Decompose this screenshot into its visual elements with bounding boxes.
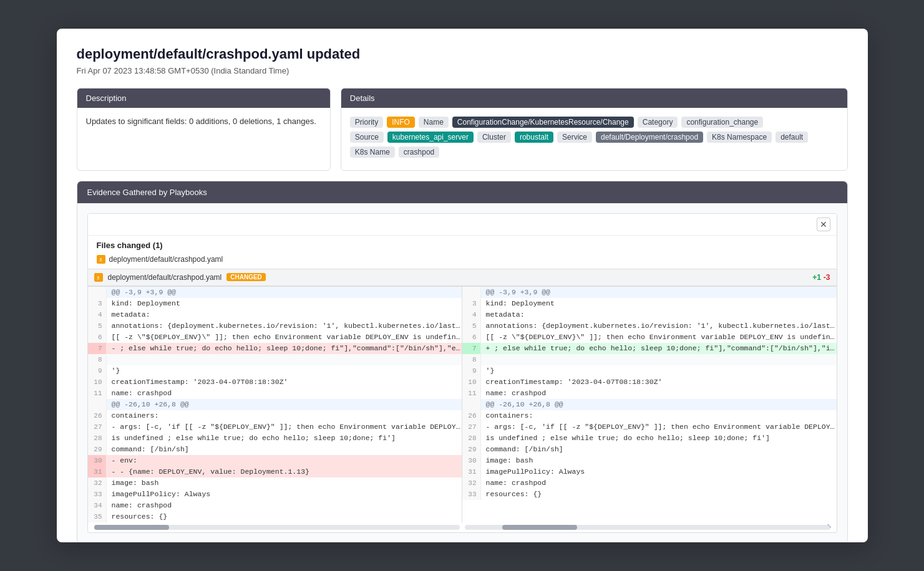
diff-line: 32 image: bash [88, 477, 462, 489]
diff-line-number: 7 [462, 343, 481, 354]
diff-line-content: metadata: [107, 309, 462, 320]
bottom-scroll [88, 522, 837, 532]
diff-line: 35 resources: {} [88, 511, 462, 522]
diff-line: 30 image: bash [462, 455, 837, 466]
diff-line-content: containers: [481, 410, 837, 421]
diff-line: 32 name: crashpod [462, 477, 837, 489]
diff-line: 26 containers: [88, 410, 462, 421]
diff-line-content [107, 354, 462, 365]
tag-k8s-namespace-value: default [776, 132, 808, 143]
diff-line-content: imagePullPolicy: Always [107, 489, 462, 500]
diff-line-content: - env: [107, 455, 462, 466]
file-name: deployment/default/crashpod.yaml [109, 255, 223, 264]
diff-line-content: annotations: {deployment.kubernetes.io/r… [107, 320, 462, 332]
diff-line-number: 5 [88, 320, 107, 332]
diff-line: @@ -26,10 +26,8 @@ [88, 399, 462, 410]
diff-line-content: is undefined ; else while true; do echo … [481, 433, 837, 444]
diff-line: 4 metadata: [462, 309, 837, 320]
tag-cluster-value: robustalt [515, 132, 553, 143]
diff-container: ✕ Files changed (1) ± deployment/default… [87, 213, 837, 533]
diff-line-number: 32 [88, 477, 107, 489]
diff-line-number: 31 [462, 466, 481, 477]
evidence-header: Evidence Gathered by Playbooks [77, 181, 847, 203]
diff-line-content: creationTimestamp: '2023-04-07T08:18:30Z… [107, 377, 462, 388]
diff-line-content: [[ -z \"${DEPLOY_ENV}\" ]]; then echo En… [107, 332, 462, 343]
tag-category-label: Category [638, 117, 678, 128]
diff-line-number: 32 [462, 477, 481, 489]
diff-line-content: kind: Deployment [107, 298, 462, 309]
diff-line: 4 metadata: [88, 309, 462, 320]
files-changed-label: Files changed (1) [88, 236, 837, 252]
diff-line-content: creationTimestamp: '2023-04-07T08:18:30Z… [481, 377, 837, 388]
diff-line: 11 name: crashpod [462, 388, 837, 399]
scrollbar-left[interactable] [94, 525, 460, 530]
modal-subtitle: Fri Apr 07 2023 13:48:58 GMT+0530 (India… [77, 66, 848, 75]
diff-add-count: +1 [812, 273, 821, 282]
diff-line: 30- env: [88, 455, 462, 466]
diff-line-content: - args: [-c, 'if [[ -z "${DEPLOY_ENV}" ]… [107, 421, 462, 433]
diff-file-name: deployment/default/crashpod.yaml [108, 273, 222, 282]
tag-name-value: ConfigurationChange/KubernetesResource/C… [452, 117, 634, 128]
tags-row-1: Priority INFO Name ConfigurationChange/K… [350, 117, 839, 128]
diff-line-content: image: bash [481, 455, 837, 466]
diff-line-number: 26 [88, 410, 107, 421]
diff-line: 33 resources: {} [462, 489, 837, 500]
modal-overlay: deployment/default/crashpod.yaml updated… [0, 0, 924, 571]
diff-line: @@ -26,10 +26,8 @@ [462, 399, 837, 410]
diff-line-number: 11 [88, 388, 107, 399]
diff-line-number: 9 [462, 365, 481, 377]
diff-line-content: - - {name: DEPLOY_ENV, value: Deployment… [107, 466, 462, 477]
diff-line-content: command: [/bin/sh] [481, 444, 837, 455]
diff-line-number [462, 287, 481, 298]
tag-source-value: kubernetes_api_server [387, 132, 474, 143]
scrollbar-right[interactable] [465, 525, 830, 530]
diff-line: @@ -3,9 +3,9 @@ [88, 287, 462, 298]
diff-line-number [88, 399, 107, 410]
diff-line-number: 27 [88, 421, 107, 433]
diff-line: 3 kind: Deployment [88, 298, 462, 309]
diff-line-number [88, 287, 107, 298]
diff-line-number: 26 [462, 410, 481, 421]
diff-line-content [481, 354, 837, 365]
diff-line-number: 3 [462, 298, 481, 309]
resize-handle[interactable]: ⤡ [827, 522, 834, 530]
diff-line-content: - args: [-c, 'if [[ -z "${DEPLOY_ENV}" ]… [481, 421, 837, 433]
diff-line: 31- - {name: DEPLOY_ENV, value: Deployme… [88, 466, 462, 477]
diff-line-content: is undefined ; else while true; do echo … [107, 433, 462, 444]
diff-line-content: imagePullPolicy: Always [481, 466, 837, 477]
diff-line-number: 29 [88, 444, 107, 455]
diff-line: 28 is undefined ; else while true; do ec… [88, 433, 462, 444]
diff-line-content: name: crashpod [481, 388, 837, 399]
description-header: Description [77, 89, 330, 108]
tag-service-value: default/Deployment/crashpod [596, 132, 703, 143]
scrollbar-thumb-left [94, 525, 169, 530]
diff-line-number: 7 [88, 343, 107, 354]
evidence-section: Evidence Gathered by Playbooks ✕ Files c… [77, 181, 848, 542]
tags-row-3: K8s Name crashpod [350, 146, 839, 158]
diff-close-button[interactable]: ✕ [817, 218, 830, 231]
diff-line-number: 5 [462, 320, 481, 332]
diff-line-number: 30 [462, 455, 481, 466]
tag-source-label: Source [350, 132, 384, 143]
diff-line-number: 30 [88, 455, 107, 466]
diff-line-number: 6 [462, 332, 481, 343]
diff-line: 29 command: [/bin/sh] [462, 444, 837, 455]
diff-line: @@ -3,9 +3,9 @@ [462, 287, 837, 298]
tag-k8s-name-label: K8s Name [350, 146, 395, 158]
description-card: Description Updates to significant field… [77, 88, 331, 171]
badge-changed: CHANGED [226, 273, 266, 281]
diff-line: 7- ; else while true; do echo hello; sle… [88, 343, 462, 354]
diff-line-content: '} [107, 365, 462, 377]
diff-line-content: '} [481, 365, 837, 377]
diff-line-number: 27 [462, 421, 481, 433]
diff-line-number: 28 [88, 433, 107, 444]
tag-info: INFO [387, 117, 415, 128]
diff-line-content: command: [/bin/sh] [107, 444, 462, 455]
details-body: Priority INFO Name ConfigurationChange/K… [341, 108, 847, 170]
diff-line: 6 [[ -z \"${DEPLOY_ENV}\" ]]; then echo … [88, 332, 462, 343]
diff-toolbar: ✕ [88, 214, 837, 236]
diff-line-number: 6 [88, 332, 107, 343]
diff-line: 34 name: crashpod [88, 500, 462, 511]
diff-line-content: kind: Deployment [481, 298, 837, 309]
diff-line: 5 annotations: {deployment.kubernetes.io… [462, 320, 837, 332]
